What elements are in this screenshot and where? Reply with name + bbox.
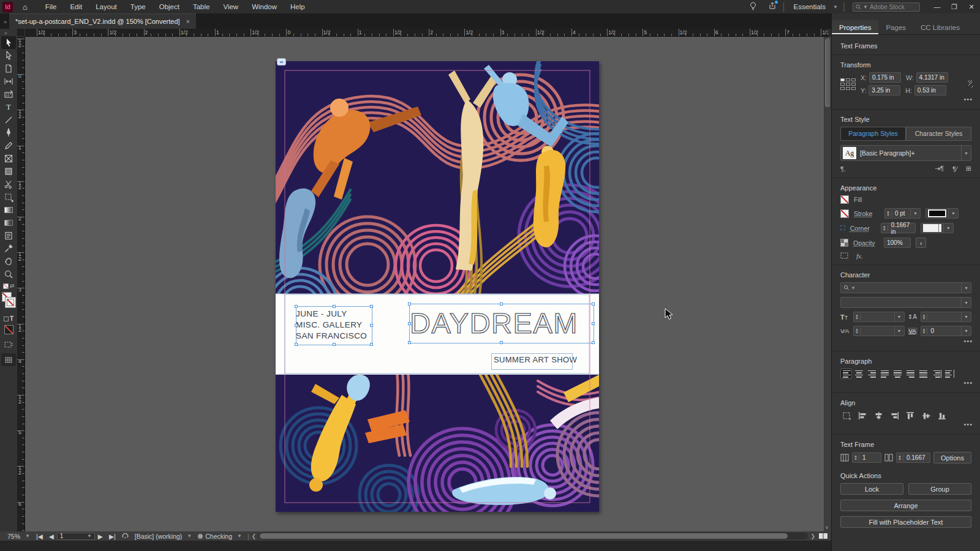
paragraph-align-away-spine-button[interactable] xyxy=(943,369,955,379)
font-family-dropdown[interactable]: ▼ ▼ xyxy=(840,282,971,293)
menu-window[interactable]: Window xyxy=(245,0,284,13)
arrange-button[interactable]: Arrange xyxy=(840,500,971,511)
vertical-scrollbar[interactable]: ∨ xyxy=(824,37,831,531)
y-field[interactable]: 3.25 in xyxy=(869,85,900,96)
cc-library-link-icon[interactable]: ∞ xyxy=(277,58,286,66)
stroke-color-swatch[interactable] xyxy=(840,209,849,218)
last-page-button[interactable]: ▶| xyxy=(109,533,116,540)
page-tool[interactable] xyxy=(1,62,16,75)
opacity-expand-button[interactable]: › xyxy=(916,238,926,248)
rectangle-tool[interactable] xyxy=(1,165,16,178)
fx-icon[interactable]: fx. xyxy=(856,252,863,260)
menu-type[interactable]: Type xyxy=(124,0,153,13)
selection-handle[interactable] xyxy=(333,305,336,308)
opacity-field[interactable]: 100% xyxy=(884,238,911,248)
align-bottom-button[interactable] xyxy=(936,410,948,421)
selection-handle[interactable] xyxy=(408,302,411,305)
horizontal-ruler[interactable]: 1/231/221/211/201/211/221/231/241/251/26… xyxy=(25,29,828,37)
selection-handle[interactable] xyxy=(500,302,503,305)
h-field[interactable]: 0.53 in xyxy=(914,85,946,96)
new-style-icon[interactable]: ⊞ xyxy=(966,165,971,173)
page-number-field[interactable]: 1▼ xyxy=(57,533,95,540)
swap-fill-stroke-icon[interactable]: ⇄ xyxy=(10,283,15,289)
zoom-tool[interactable] xyxy=(1,268,16,280)
character-styles-tab[interactable]: Character Styles xyxy=(906,127,971,141)
selection-handle[interactable] xyxy=(592,341,595,344)
show-hidden-chars-icon[interactable]: ¶. xyxy=(840,165,846,173)
font-size-stepper[interactable]: ▲▼▼ xyxy=(853,312,905,322)
previous-page-button[interactable]: ◀ xyxy=(49,533,54,540)
pencil-tool[interactable] xyxy=(1,139,16,152)
selection-tool[interactable] xyxy=(1,36,16,49)
formatting-container-icon[interactable] xyxy=(4,317,9,321)
columns-stepper[interactable]: ▲▼1 xyxy=(852,452,881,463)
stroke-color-dropdown[interactable]: ▼ xyxy=(925,208,959,219)
paragraph-align-right-button[interactable] xyxy=(866,369,878,379)
preflight-status[interactable]: Checking▼ xyxy=(198,533,242,540)
note-tool[interactable] xyxy=(1,229,16,242)
menu-help[interactable]: Help xyxy=(284,0,312,13)
document-tab[interactable]: *set-up-a-postcard_END_V2.indd @ 150% [C… xyxy=(9,13,196,29)
corner-style-dropdown[interactable]: ▼ xyxy=(921,223,954,233)
screen-mode-icon[interactable] xyxy=(1,353,16,366)
kerning-stepper[interactable]: ▲▼▼ xyxy=(853,326,905,336)
redefine-style-icon[interactable]: ⇥¶ xyxy=(935,165,944,173)
group-button[interactable]: Group xyxy=(908,483,971,495)
paragraph-justify-all-button[interactable] xyxy=(918,369,929,379)
eyedropper-tool[interactable] xyxy=(1,242,16,255)
panel-scrollbar-thumb[interactable] xyxy=(826,38,830,105)
menu-table[interactable]: Table xyxy=(186,0,217,13)
type-tool[interactable]: T xyxy=(1,100,16,113)
character-more-icon[interactable]: ••• xyxy=(963,337,973,345)
gradient-swatch-tool[interactable] xyxy=(1,203,16,216)
paragraph-align-left-button[interactable] xyxy=(840,369,852,379)
frame-tool[interactable] xyxy=(1,152,16,165)
paragraph-justify-center-button[interactable] xyxy=(892,369,903,379)
stroke-weight-stepper[interactable]: ▲▼ 0 pt ▼ xyxy=(884,208,921,219)
selection-handle[interactable] xyxy=(295,343,298,346)
reference-point-grid[interactable] xyxy=(840,78,856,90)
close-button[interactable]: ✕ xyxy=(963,0,980,13)
selection-frame-title[interactable] xyxy=(409,304,594,343)
selection-handle[interactable] xyxy=(408,341,411,344)
transform-more-icon[interactable]: ••• xyxy=(963,96,973,103)
frame-edge-subtitle[interactable] xyxy=(491,353,573,370)
scroll-right-icon[interactable]: ❯ xyxy=(810,533,815,539)
next-page-button[interactable]: ▶ xyxy=(98,533,103,540)
tracking-stepper[interactable]: ▲▼0▼ xyxy=(921,326,972,336)
spread-view-icon[interactable] xyxy=(818,533,828,539)
corner-link[interactable]: Corner xyxy=(850,225,876,232)
gap-tool[interactable] xyxy=(1,75,16,88)
align-center-horizontal-button[interactable] xyxy=(872,410,884,421)
apply-none-button[interactable] xyxy=(4,325,13,334)
selection-handle[interactable] xyxy=(592,302,595,305)
align-left-button[interactable] xyxy=(856,410,869,421)
selection-handle[interactable] xyxy=(500,341,503,344)
home-icon[interactable]: ⌂ xyxy=(23,2,28,12)
preflight-preset-dropdown[interactable]: [Basic] (working)▼ xyxy=(135,533,192,540)
mini-fill-stroke[interactable]: ⇄ xyxy=(3,283,15,289)
selection-handle[interactable] xyxy=(295,305,298,308)
align-top-button[interactable] xyxy=(904,410,916,421)
stroke-swatch[interactable] xyxy=(6,298,15,307)
paragraph-align-center-button[interactable] xyxy=(853,369,865,379)
align-right-button[interactable] xyxy=(888,410,900,421)
selection-handle[interactable] xyxy=(592,322,595,325)
tab-cc-libraries[interactable]: CC Libraries xyxy=(913,20,967,34)
menu-object[interactable]: Object xyxy=(153,0,186,13)
restore-button[interactable]: ❐ xyxy=(946,0,963,13)
fill-placeholder-button[interactable]: Fill with Placeholder Text xyxy=(840,516,971,528)
share-icon[interactable] xyxy=(769,2,776,12)
vertical-ruler[interactable]: 120121122123124125126 xyxy=(17,37,25,531)
free-transform-tool[interactable] xyxy=(1,190,16,203)
selection-handle[interactable] xyxy=(370,305,373,308)
x-field[interactable]: 0.175 in xyxy=(869,72,901,83)
adobe-stock-search-input[interactable]: ▼ Adobe Stock xyxy=(853,2,920,12)
w-field[interactable]: 4.1317 in xyxy=(916,72,948,83)
selection-handle[interactable] xyxy=(370,324,373,327)
paragraph-more-icon[interactable]: ••• xyxy=(963,379,973,386)
selection-handle[interactable] xyxy=(333,343,336,346)
content-collector-tool[interactable] xyxy=(1,88,16,100)
paragraph-style-dropdown[interactable]: Ag [Basic Paragraph]+ ▼ xyxy=(840,145,971,161)
object-effects-icon[interactable] xyxy=(840,252,849,260)
